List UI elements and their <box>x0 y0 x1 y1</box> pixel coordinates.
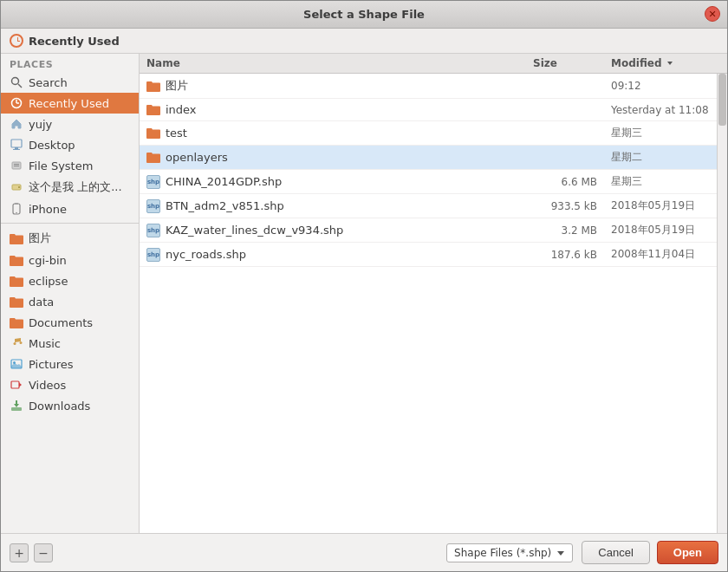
pictures-icon <box>10 357 23 371</box>
cancel-button[interactable]: Cancel <box>582 541 649 564</box>
svg-rect-16 <box>14 342 16 345</box>
sidebar-item-desktop[interactable]: Desktop <box>1 134 139 155</box>
table-row[interactable]: shp CHINA_2014GDP.shp 6.6 MB 星期三 <box>140 170 717 194</box>
sidebar-item-label: Music <box>29 337 61 350</box>
sidebar-item-label: Desktop <box>29 139 75 152</box>
table-row[interactable]: shp KAZ_water_lines_dcw_v934.shp 3.2 MB … <box>140 218 717 243</box>
sidebar-item-chinese[interactable]: 这个是我 上的文... <box>1 176 139 198</box>
sidebar-item-label: Downloads <box>29 400 90 413</box>
main-area: Places Search Recently Used yu <box>1 54 727 533</box>
sidebar-item-label: Pictures <box>29 358 73 371</box>
breadcrumb-bar: Recently Used <box>1 29 727 54</box>
folder-icon <box>146 104 160 115</box>
svg-rect-15 <box>15 204 18 205</box>
file-modified-cell: Yesterday at 11:08 <box>604 102 717 118</box>
folder-icon <box>146 81 160 92</box>
file-size-cell: 6.6 MB <box>526 174 604 190</box>
file-modified-cell: 2018年05月19日 <box>604 221 717 239</box>
col-header-size[interactable]: Size <box>526 54 604 73</box>
sidebar-item-pictures-cn[interactable]: 图片 <box>1 227 139 250</box>
folder-icon <box>10 295 23 309</box>
file-size-cell <box>526 156 604 159</box>
file-modified-cell: 星期二 <box>604 148 717 166</box>
table-row[interactable]: shp BTN_adm2_v851.shp 933.5 kB 2018年05月1… <box>140 194 717 218</box>
folder-icon <box>10 253 23 267</box>
sidebar-item-file-system[interactable]: File System <box>1 155 139 176</box>
breadcrumb-icon <box>10 34 23 48</box>
sidebar-item-data[interactable]: data <box>1 291 139 312</box>
open-button[interactable]: Open <box>657 541 718 564</box>
file-size-cell <box>526 84 604 88</box>
filesystem-icon <box>10 159 23 172</box>
sidebar-item-videos[interactable]: Videos <box>1 374 139 395</box>
file-modified-cell: 09:12 <box>604 78 717 94</box>
file-name-cell: test <box>140 125 526 141</box>
videos-icon <box>10 378 23 392</box>
sidebar-item-recently-used[interactable]: Recently Used <box>1 93 139 114</box>
sidebar-item-cgi-bin[interactable]: cgi-bin <box>1 250 139 270</box>
table-row[interactable]: shp nyc_roads.shp 187.6 kB 2008年11月04日 <box>140 243 717 267</box>
sidebar-item-downloads[interactable]: Downloads <box>1 395 139 416</box>
file-size-cell <box>526 132 604 135</box>
table-row[interactable]: openlayers 星期二 <box>140 146 717 170</box>
file-name-cell: shp KAZ_water_lines_dcw_v934.shp <box>140 222 526 239</box>
sidebar-item-label: 这个是我 上的文... <box>29 179 122 195</box>
svg-rect-22 <box>11 407 22 411</box>
svg-rect-9 <box>14 164 19 165</box>
downloads-icon <box>10 399 23 413</box>
table-row[interactable]: 图片 09:12 <box>140 74 717 99</box>
sidebar-item-label: yujy <box>29 118 52 131</box>
sidebar-item-iphone[interactable]: iPhone <box>1 198 139 219</box>
folder-icon <box>10 231 23 245</box>
chevron-down-icon <box>556 549 565 557</box>
svg-marker-25 <box>667 62 673 65</box>
file-list[interactable]: 图片 09:12 index Yesterday at 11:08 <box>140 74 717 533</box>
close-button[interactable]: ✕ <box>705 6 720 22</box>
sidebar-controls: + − <box>10 543 53 562</box>
folder-icon <box>146 152 160 163</box>
bottom-right: Shape Files (*.shp) Cancel Open <box>446 541 718 564</box>
sidebar-item-music[interactable]: Music <box>1 333 139 354</box>
shp-file-icon: shp <box>146 224 160 237</box>
table-row[interactable]: index Yesterday at 11:08 <box>140 99 717 121</box>
col-header-modified[interactable]: Modified <box>604 54 717 73</box>
sidebar: Places Search Recently Used yu <box>1 54 140 533</box>
sidebar-item-documents[interactable]: Documents <box>1 312 139 333</box>
file-name-cell: shp BTN_adm2_v851.shp <box>140 198 526 215</box>
filter-dropdown[interactable]: Shape Files (*.shp) <box>446 543 573 562</box>
sidebar-item-label: eclipse <box>29 275 68 288</box>
file-name-cell: shp nyc_roads.shp <box>140 246 526 263</box>
col-header-name[interactable]: Name <box>140 54 526 73</box>
svg-marker-21 <box>19 383 22 387</box>
sidebar-item-pictures[interactable]: Pictures <box>1 354 139 374</box>
shp-file-icon: shp <box>146 248 160 262</box>
file-area: Name Size Modified 图片 <box>140 54 727 533</box>
file-name-cell: shp CHINA_2014GDP.shp <box>140 173 526 191</box>
file-size-cell: 3.2 MB <box>526 223 604 238</box>
file-size-cell: 187.6 kB <box>526 247 604 263</box>
file-header: Name Size Modified <box>140 54 727 74</box>
svg-rect-6 <box>15 147 18 149</box>
svg-point-12 <box>18 186 20 188</box>
add-location-button[interactable]: + <box>10 543 29 562</box>
sidebar-item-label: Search <box>29 76 68 89</box>
sidebar-item-yujy[interactable]: yujy <box>1 114 139 134</box>
sidebar-item-search[interactable]: Search <box>1 72 139 93</box>
remove-location-button[interactable]: − <box>34 543 53 562</box>
sidebar-item-eclipse[interactable]: eclipse <box>1 270 139 291</box>
file-size-cell: 933.5 kB <box>526 198 604 214</box>
file-modified-cell: 星期三 <box>604 124 717 142</box>
shp-file-icon: shp <box>146 199 160 213</box>
svg-point-0 <box>12 78 19 85</box>
folder-icon <box>10 274 23 288</box>
svg-rect-24 <box>16 400 17 405</box>
table-row[interactable]: test 星期三 <box>140 121 717 146</box>
scrollbar[interactable] <box>717 74 727 533</box>
documents-icon <box>10 315 23 329</box>
file-name-cell: openlayers <box>140 149 526 166</box>
sidebar-item-label: Videos <box>29 379 66 392</box>
recently-used-icon <box>10 96 23 110</box>
file-size-cell <box>526 108 604 112</box>
search-icon <box>10 75 23 89</box>
bottom-bar: + − Shape Files (*.shp) Cancel Open <box>1 533 727 571</box>
